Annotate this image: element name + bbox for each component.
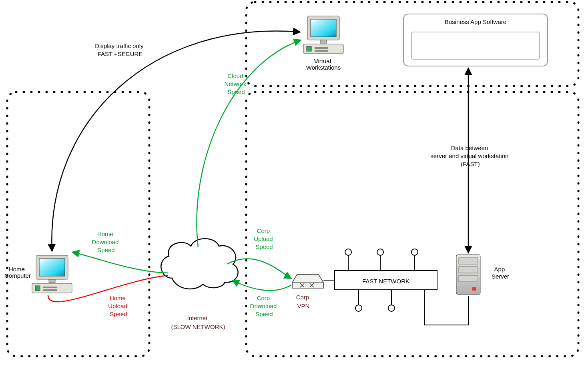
svg-point-28 — [388, 305, 395, 311]
home-computer-icon — [32, 255, 72, 293]
svg-rect-14 — [35, 286, 40, 291]
svg-rect-11 — [39, 259, 65, 276]
edge-corp-download — [232, 280, 291, 291]
edge-display-traffic — [52, 31, 300, 251]
svg-rect-31 — [459, 258, 478, 264]
edge-home-upload-label: Home Upload Speed — [108, 295, 129, 317]
business-app-title: Business App Software — [445, 18, 506, 25]
svg-rect-32 — [459, 267, 478, 273]
svg-rect-34 — [472, 287, 476, 291]
virtual-workstation-icon — [303, 16, 343, 54]
svg-point-20 — [345, 249, 351, 255]
corp-vpn-label: Corp VPN — [296, 294, 311, 309]
edge-display-traffic-label: Display traffic only FAST +SECURE — [95, 42, 145, 57]
edge-cloud-speed-label: Cloud Network Speed — [224, 72, 248, 95]
edge-corp-upload-label: Corp Upload Speed — [254, 227, 275, 250]
svg-rect-7 — [307, 46, 311, 51]
svg-rect-8 — [315, 47, 328, 49]
svg-rect-16 — [43, 289, 57, 291]
edge-corp-download-label: Corp Download Speed — [250, 295, 279, 317]
home-computer-label: Home Computer — [4, 266, 31, 279]
svg-rect-2 — [411, 32, 540, 59]
edge-home-download — [72, 252, 168, 273]
fast-network-label: FAST NETWORK — [362, 278, 409, 285]
edge-home-download-label: Home Download Speed — [92, 231, 120, 253]
svg-rect-15 — [43, 287, 57, 288]
app-server-label: App Server — [492, 266, 509, 280]
svg-rect-5 — [320, 40, 327, 43]
svg-rect-33 — [459, 275, 478, 282]
svg-point-24 — [411, 249, 418, 255]
fast-network-bus: FAST NETWORK — [323, 249, 468, 325]
zone-home — [7, 92, 149, 356]
corp-vpn-icon — [292, 275, 323, 288]
edge-cloud-speed — [197, 40, 301, 247]
svg-rect-12 — [49, 279, 55, 283]
virtual-workstations-label: Virtual Workstations — [306, 58, 341, 71]
svg-rect-9 — [315, 50, 328, 52]
svg-rect-4 — [311, 19, 336, 37]
internet-cloud-icon — [161, 239, 238, 289]
svg-point-26 — [355, 305, 362, 311]
network-diagram: Business App Software Virtual Workstatio… — [0, 0, 588, 381]
edge-data-between-label: Data between server and virtual workstat… — [430, 144, 510, 167]
business-app-card: Business App Software — [403, 14, 548, 66]
zone-corp — [246, 92, 578, 356]
internet-label: Internet (SLOW NETWORK) — [171, 315, 225, 330]
svg-point-22 — [377, 249, 383, 255]
app-server-icon — [456, 255, 480, 295]
